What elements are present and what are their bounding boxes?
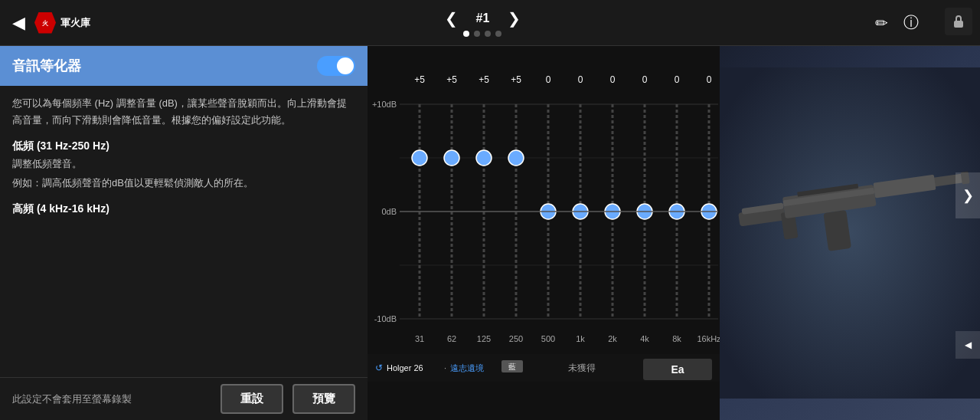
right-panel: ❯ ◀ [720, 46, 980, 420]
bottom-bar: 此設定不會套用至螢幕錄製 重設 預覽 [0, 377, 368, 420]
weapon-image [720, 46, 980, 420]
header-center: ❮ #1 ❯ [445, 9, 521, 37]
preset-title: #1 [476, 11, 490, 25]
svg-text:遠志遺境: 遠志遺境 [450, 363, 484, 372]
svg-text:+5: +5 [414, 74, 425, 85]
dot-3[interactable] [485, 31, 491, 37]
bottom-notice: 此設定不會套用至螢幕錄製 [12, 392, 211, 406]
svg-text:62: 62 [447, 334, 456, 343]
logo-icon: 火 [34, 12, 56, 34]
svg-text:0: 0 [675, 74, 680, 85]
svg-text:250: 250 [509, 334, 523, 343]
svg-text:未獲得: 未獲得 [568, 363, 596, 373]
svg-text:-10dB: -10dB [374, 314, 397, 323]
next-button[interactable]: ❯ [956, 172, 980, 218]
svg-text:0: 0 [707, 74, 712, 85]
svg-text:125: 125 [477, 334, 491, 343]
info-button[interactable]: ⓘ [903, 12, 919, 33]
prev-preset-button[interactable]: ❮ [445, 9, 458, 28]
back-button[interactable]: ◀ [12, 13, 25, 33]
eq-chart-panel: +5 +5 +5 +5 0 0 0 0 0 0 +10dB 0dB -10dB [368, 46, 720, 420]
header-right: ✏ ⓘ 進度 0/4 [875, 11, 968, 34]
svg-text:500: 500 [541, 334, 555, 343]
dot-2[interactable] [474, 31, 480, 37]
high-freq-title: 高頻 (4 kHz-16 kHz) [12, 202, 355, 216]
logo-area: 火 軍火庫 [34, 12, 90, 34]
svg-point-35 [508, 150, 524, 166]
svg-text:+5: +5 [446, 74, 457, 85]
game-background: ❯ ◀ [720, 46, 980, 420]
edit-button[interactable]: ✏ [875, 14, 888, 32]
svg-text:+5: +5 [479, 74, 489, 85]
svg-text:0dB: 0dB [381, 207, 397, 216]
svg-point-33 [444, 150, 459, 166]
svg-rect-2 [954, 21, 963, 28]
dot-4[interactable] [495, 31, 501, 37]
svg-text:8k: 8k [672, 334, 681, 343]
svg-text:火: 火 [41, 20, 49, 27]
svg-text:Holger 26: Holger 26 [387, 363, 423, 372]
eq-svg: +5 +5 +5 +5 0 0 0 0 0 0 +10dB 0dB -10dB [368, 46, 720, 420]
svg-text:0: 0 [546, 74, 551, 85]
eq-toggle[interactable] [317, 56, 355, 76]
svg-text:16kHz: 16kHz [697, 334, 720, 343]
eq-description: 您可以為每個頻率 (Hz) 調整音量 (dB)，讓某些聲音脫穎而出。向上滑動會提… [12, 95, 355, 129]
svg-rect-63 [720, 67, 980, 399]
low-freq-desc1: 調整低頻聲音。 [12, 156, 355, 172]
next-preset-button[interactable]: ❯ [508, 9, 521, 28]
svg-text:↺: ↺ [375, 363, 383, 373]
eq-header: 音訊等化器 [0, 46, 368, 86]
svg-text:0: 0 [578, 74, 583, 85]
svg-point-34 [476, 150, 492, 166]
left-panel: 音訊等化器 您可以為每個頻率 (Hz) 調整音量 (dB)，讓某些聲音脫穎而出。… [0, 46, 368, 420]
low-freq-desc2: 例如：調高低頻聲音的dB值以更輕鬆偵測敵人的所在。 [12, 176, 355, 192]
svg-text:Ea: Ea [671, 363, 684, 376]
lock-icon[interactable] [945, 8, 972, 35]
svg-text:4k: 4k [640, 334, 649, 343]
svg-point-32 [412, 150, 427, 166]
dots-row [463, 31, 501, 37]
svg-text:1k: 1k [576, 334, 585, 343]
eq-body: 您可以為每個頻率 (Hz) 調整音量 (dB)，讓某些聲音脫穎而出。向上滑動會提… [0, 86, 368, 377]
svg-text:+5: +5 [511, 74, 521, 85]
prev-button[interactable]: ◀ [956, 331, 980, 359]
logo-text: 軍火庫 [60, 16, 90, 30]
content-row: 音訊等化器 您可以為每個頻率 (Hz) 調整音量 (dB)，讓某些聲音脫穎而出。… [0, 46, 980, 420]
svg-text:31: 31 [415, 334, 424, 343]
low-freq-title: 低頻 (31 Hz-250 Hz) [12, 139, 355, 153]
nav-arrows: ❮ #1 ❯ [445, 9, 521, 28]
toggle-knob [337, 57, 354, 74]
svg-text:藍: 藍 [508, 363, 516, 371]
svg-text:0: 0 [642, 74, 648, 85]
header: ◀ 火 軍火庫 ❮ #1 ❯ [0, 0, 980, 46]
svg-text:2k: 2k [608, 334, 617, 343]
svg-text:·: · [444, 363, 446, 372]
svg-text:0: 0 [610, 74, 616, 85]
preview-button[interactable]: 預覽 [292, 384, 355, 414]
header-left: ◀ 火 軍火庫 [12, 12, 90, 34]
svg-text:+10dB: +10dB [372, 100, 397, 109]
eq-title: 音訊等化器 [12, 57, 81, 75]
dot-1[interactable] [463, 31, 469, 37]
reset-button[interactable]: 重設 [220, 384, 283, 414]
